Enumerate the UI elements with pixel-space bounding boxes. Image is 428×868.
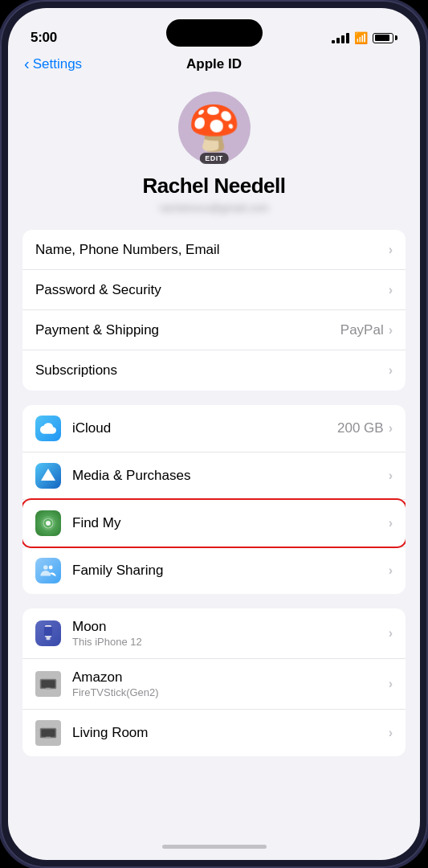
- signal-icon: [332, 32, 349, 43]
- family-sharing-label: Family Sharing: [72, 563, 389, 579]
- status-icons: 📶: [332, 31, 397, 44]
- icloud-row[interactable]: iCloud 200 GB ›: [22, 405, 406, 452]
- home-indicator: [162, 845, 267, 849]
- avatar-edit-label[interactable]: EDIT: [199, 153, 229, 164]
- find-my-content: Find My: [72, 515, 389, 531]
- subscriptions-label: Subscriptions: [35, 362, 389, 379]
- battery-icon: [373, 33, 397, 43]
- icloud-label: iCloud: [72, 420, 337, 436]
- family-sharing-icon: [35, 558, 61, 583]
- avatar-container[interactable]: 🍄 EDIT: [178, 92, 251, 164]
- media-purchases-row[interactable]: Media & Purchases ›: [22, 452, 406, 500]
- amazon-device-icon: [35, 671, 61, 697]
- amazon-device-label: Amazon: [72, 669, 389, 686]
- name-phone-email-row[interactable]: Name, Phone Numbers, Email ›: [22, 230, 406, 270]
- moon-device-row[interactable]: Moon This iPhone 12 ›: [22, 608, 406, 659]
- profile-name: Rachel Needell: [143, 174, 286, 199]
- subscriptions-row[interactable]: Subscriptions ›: [22, 350, 406, 391]
- name-phone-email-label: Name, Phone Numbers, Email: [35, 242, 389, 258]
- svg-rect-7: [44, 627, 52, 637]
- password-security-row[interactable]: Password & Security ›: [22, 270, 406, 310]
- chevron-icon: ›: [389, 563, 393, 578]
- account-group: Name, Phone Numbers, Email › Password & …: [22, 230, 406, 391]
- media-purchases-label: Media & Purchases: [72, 468, 389, 484]
- chevron-icon: ›: [389, 363, 393, 378]
- moon-device-content: Moon This iPhone 12: [72, 619, 389, 648]
- chevron-icon: ›: [389, 469, 393, 483]
- svg-rect-13: [41, 729, 55, 736]
- chevron-icon: ›: [389, 516, 393, 530]
- payment-value: PayPal: [340, 322, 384, 338]
- nav-bar: ‹ Settings Apple ID: [8, 53, 420, 79]
- svg-point-4: [49, 566, 53, 570]
- payment-shipping-row[interactable]: Payment & Shipping PayPal ›: [22, 310, 406, 350]
- appstore-icon: [35, 463, 61, 489]
- living-room-content: Living Room: [72, 725, 389, 741]
- family-sharing-row[interactable]: Family Sharing ›: [22, 547, 406, 594]
- back-button[interactable]: ‹ Settings: [24, 55, 82, 73]
- svg-point-3: [43, 565, 48, 570]
- findmy-icon: [35, 510, 61, 536]
- living-room-label: Living Room: [72, 725, 389, 741]
- settings-content: Name, Phone Numbers, Email › Password & …: [8, 230, 420, 771]
- amazon-device-content: Amazon FireTVStick(Gen2): [72, 669, 389, 698]
- chevron-icon: ›: [389, 421, 393, 436]
- password-security-content: Password & Security: [35, 282, 389, 298]
- icloud-content: iCloud: [72, 420, 337, 436]
- svg-rect-14: [46, 737, 51, 739]
- chevron-icon: ›: [389, 726, 393, 740]
- services-group: iCloud 200 GB › Media & Purchases ›: [22, 405, 406, 594]
- chevron-icon: ›: [389, 283, 393, 297]
- find-my-label: Find My: [72, 515, 389, 531]
- back-chevron-icon: ‹: [24, 55, 30, 73]
- devices-group: Moon This iPhone 12 › A: [22, 608, 406, 756]
- moon-device-sublabel: This iPhone 12: [72, 636, 389, 648]
- name-phone-email-content: Name, Phone Numbers, Email: [35, 242, 389, 258]
- phone-frame: 5:00 📶 ‹ Set: [0, 0, 428, 868]
- svg-rect-11: [46, 688, 51, 690]
- svg-point-0: [46, 521, 51, 526]
- password-security-label: Password & Security: [35, 282, 389, 298]
- payment-shipping-content: Payment & Shipping: [35, 322, 340, 338]
- find-my-row[interactable]: Find My ›: [22, 500, 406, 547]
- chevron-icon: ›: [389, 626, 393, 641]
- back-label: Settings: [33, 56, 82, 72]
- wifi-icon: 📶: [354, 31, 368, 44]
- page-title: Apple ID: [186, 56, 242, 72]
- icloud-icon: [35, 416, 61, 441]
- moon-device-label: Moon: [72, 619, 389, 635]
- icloud-value: 200 GB: [337, 420, 384, 436]
- family-sharing-content: Family Sharing: [72, 563, 389, 579]
- status-time: 5:00: [31, 30, 57, 46]
- media-purchases-content: Media & Purchases: [72, 468, 389, 484]
- subscriptions-content: Subscriptions: [35, 362, 389, 379]
- svg-point-8: [47, 638, 49, 640]
- profile-section: 🍄 EDIT Rachel Needell rachelxxxx@gmail.c…: [8, 79, 420, 230]
- profile-email: rachelxxxx@gmail.com: [160, 202, 269, 214]
- payment-shipping-label: Payment & Shipping: [35, 322, 340, 338]
- phone-screen: 5:00 📶 ‹ Set: [8, 8, 420, 860]
- moon-device-icon: [35, 620, 61, 646]
- living-room-icon: [35, 720, 61, 746]
- dynamic-island: [166, 19, 263, 47]
- chevron-icon: ›: [389, 677, 393, 691]
- chevron-icon: ›: [389, 323, 393, 338]
- living-room-row[interactable]: Living Room ›: [22, 710, 406, 756]
- amazon-device-sublabel: FireTVStick(Gen2): [72, 686, 389, 698]
- chevron-icon: ›: [389, 243, 393, 257]
- svg-rect-10: [41, 680, 55, 687]
- amazon-device-row[interactable]: Amazon FireTVStick(Gen2) ›: [22, 659, 406, 710]
